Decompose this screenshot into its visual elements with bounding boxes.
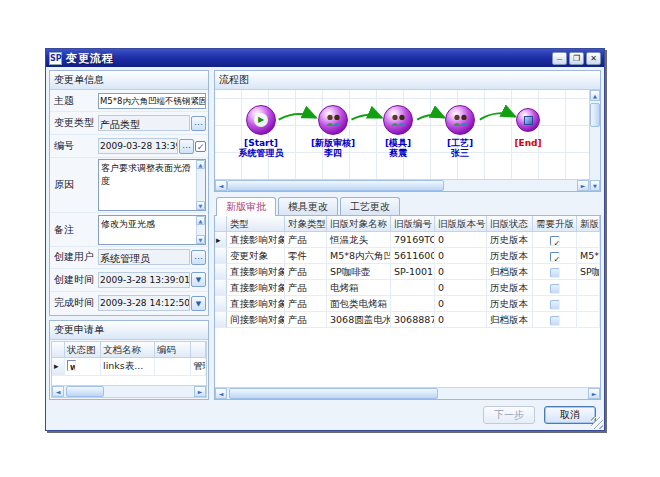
flow-node-craft[interactable]: [445, 105, 475, 135]
reason-scrollbar[interactable]: [196, 160, 205, 210]
hscroll-thumb[interactable]: [229, 388, 438, 399]
request-col-code[interactable]: 编码: [155, 342, 191, 358]
scroll-up-icon[interactable]: [196, 160, 205, 169]
cancel-button[interactable]: 取消: [544, 406, 596, 424]
request-col-status[interactable]: 状态图: [65, 342, 101, 358]
flow-canvas[interactable]: [Start]系统管理员 [新版审核]李四 [模具]蔡震 [工艺]张三: [215, 90, 589, 179]
col-oldname[interactable]: 旧版对象名称: [327, 216, 391, 232]
upgrade-checkbox[interactable]: [550, 300, 560, 310]
request-selector-header[interactable]: [52, 342, 65, 358]
scroll-up-icon[interactable]: [196, 216, 205, 225]
doc-extra-cell: 管理: [191, 358, 206, 376]
create-time-field[interactable]: 2009-3-28 13:39:01: [98, 272, 190, 288]
impact-grid-hscrollbar[interactable]: [215, 387, 600, 399]
change-process-window: SP 变更流程 变更单信息 主题 M5*8内六角凹端不锈钢紧固螺钉 变更类型: [45, 48, 605, 431]
subject-input[interactable]: M5*8内六角凹端不锈钢紧固螺钉: [98, 93, 206, 109]
doc-code-cell: [155, 358, 191, 376]
minimize-button[interactable]: [552, 52, 567, 65]
col-type[interactable]: 类型: [227, 216, 285, 232]
number-picker-button[interactable]: [179, 139, 194, 154]
flow-node-mold[interactable]: [383, 105, 413, 135]
hscroll-thumb[interactable]: [66, 386, 104, 397]
finish-time-field[interactable]: 2009-3-28 14:12:50: [98, 295, 190, 311]
reason-label: 原因: [52, 178, 98, 192]
flow-hscrollbar[interactable]: [215, 179, 589, 191]
tab-mold-change[interactable]: 模具更改: [278, 197, 338, 216]
scroll-left-icon[interactable]: [215, 388, 227, 399]
creator-picker-button[interactable]: [191, 250, 206, 265]
tab-craft-change[interactable]: 工艺更改: [340, 197, 400, 216]
upgrade-checkbox[interactable]: [550, 268, 560, 278]
create-time-row: 创建时间 2009-3-28 13:39:01: [50, 269, 208, 292]
remark-label: 备注: [52, 223, 98, 237]
col-upgrade[interactable]: 需要升版: [533, 216, 577, 232]
resize-grip[interactable]: [591, 417, 603, 429]
scroll-up-icon[interactable]: [590, 90, 600, 101]
flow-node-start[interactable]: [246, 105, 276, 135]
upgrade-checkbox[interactable]: [550, 236, 560, 246]
remark-scrollbar[interactable]: [196, 216, 205, 244]
hscroll-track[interactable]: [64, 386, 194, 397]
col-newname[interactable]: 新版: [577, 216, 600, 232]
table-row[interactable]: 直接影响对象产品 恒温龙头79169TC 0历史版本: [215, 232, 600, 248]
next-button[interactable]: 下一步: [483, 406, 535, 424]
scroll-right-icon[interactable]: [588, 388, 600, 399]
approvers-icon: [325, 114, 342, 127]
tab-new-version-approval[interactable]: 新版审批: [216, 197, 276, 216]
col-objtype[interactable]: 对象类型: [285, 216, 327, 232]
table-row[interactable]: 直接影响对象产品 SP咖啡壶SP-1001 0归档版本 SP咖: [215, 264, 600, 280]
change-request-grid: 状态图 文档名称 编码 W links表... 管理: [51, 341, 207, 398]
impact-grid: 类型 对象类型 旧版对象名称 旧版编号 旧版版本号 旧版状态 需要升版 新版 直…: [214, 215, 601, 400]
creator-row: 创建用户 系统管理员: [50, 247, 208, 269]
reason-textarea[interactable]: 客户要求调整表面光滑度: [98, 159, 206, 211]
request-grid-header: 状态图 文档名称 编码: [52, 342, 206, 358]
flow-node-end[interactable]: [516, 108, 540, 132]
request-col-docname[interactable]: 文档名称: [101, 342, 155, 358]
scroll-right-icon[interactable]: [194, 386, 206, 397]
hscroll-track[interactable]: [227, 180, 577, 191]
window-body: 变更单信息 主题 M5*8内六角凹端不锈钢紧固螺钉 变更类型 产品类型 编号: [46, 67, 604, 400]
table-row[interactable]: 变更对象零件 M5*8内六角凹...5611600 0历史版本 M5*8: [215, 248, 600, 264]
number-field[interactable]: 2009-03-28 13:39:01: [98, 138, 178, 154]
impact-grid-empty-area: [215, 328, 600, 387]
flow-node-review[interactable]: [318, 105, 348, 135]
table-row[interactable]: 直接影响对象产品 面包类电烤箱 0历史版本: [215, 296, 600, 312]
remark-textarea[interactable]: 修改为亚光感: [98, 215, 206, 245]
footer: 下一步 取消: [46, 400, 604, 430]
scroll-down-icon[interactable]: [196, 235, 205, 244]
request-table-row[interactable]: W links表... 管理: [52, 358, 206, 376]
scroll-right-icon[interactable]: [577, 180, 589, 191]
finish-time-dropdown-button[interactable]: [191, 296, 206, 311]
change-type-picker-button[interactable]: [191, 116, 206, 131]
titlebar[interactable]: SP 变更流程: [46, 49, 604, 67]
col-oldver[interactable]: 旧版版本号: [435, 216, 487, 232]
selector-column-header[interactable]: [215, 216, 227, 232]
flow-vscrollbar[interactable]: [589, 90, 600, 191]
creator-field[interactable]: 系统管理员: [98, 249, 190, 265]
number-label: 编号: [52, 139, 98, 153]
tab-strip: 新版审批 模具更改 工艺更改: [214, 196, 601, 216]
col-oldno[interactable]: 旧版编号: [391, 216, 435, 232]
hscroll-track[interactable]: [227, 388, 588, 399]
row-selector-icon: [215, 232, 227, 248]
upgrade-checkbox[interactable]: [550, 252, 560, 262]
change-type-field[interactable]: 产品类型: [98, 115, 190, 131]
scroll-down-icon[interactable]: [590, 180, 600, 191]
scroll-down-icon[interactable]: [196, 201, 205, 210]
hscroll-thumb[interactable]: [227, 180, 444, 191]
scroll-left-icon[interactable]: [215, 180, 227, 191]
create-time-dropdown-button[interactable]: [191, 272, 206, 287]
col-oldstate[interactable]: 旧版状态: [487, 216, 533, 232]
maximize-button[interactable]: [569, 52, 584, 65]
vscroll-track[interactable]: [590, 101, 600, 180]
request-col-extra[interactable]: [191, 342, 206, 358]
vscroll-thumb[interactable]: [590, 103, 600, 127]
upgrade-checkbox[interactable]: [550, 284, 560, 294]
table-row[interactable]: 间接影响对象产品 3068圆盖电水壶3068887 0归档版本: [215, 312, 600, 328]
request-grid-hscrollbar[interactable]: [52, 385, 206, 397]
scroll-left-icon[interactable]: [52, 386, 64, 397]
number-checkbox[interactable]: [195, 141, 206, 152]
upgrade-checkbox[interactable]: [550, 316, 560, 326]
close-button[interactable]: [586, 52, 601, 65]
table-row[interactable]: 直接影响对象产品 电烤箱 0历史版本: [215, 280, 600, 296]
